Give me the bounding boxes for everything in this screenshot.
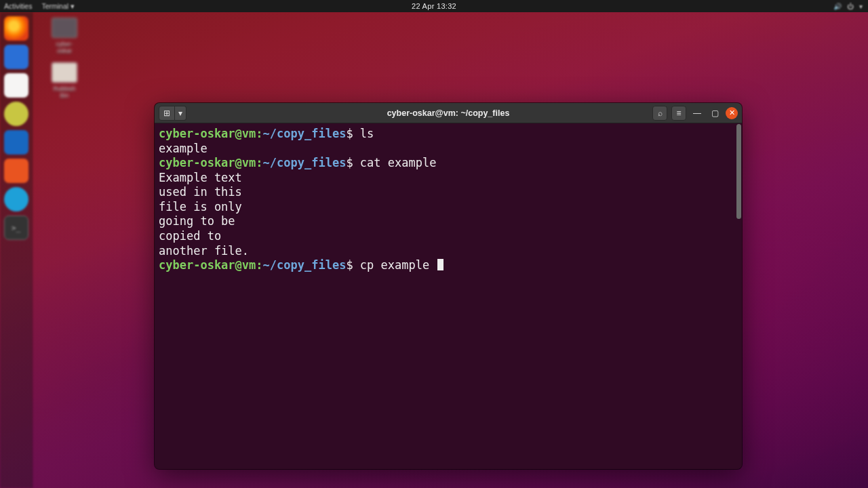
desktop-trash[interactable]: Rubbish Bin — [49, 62, 80, 99]
prompt-colon: : — [256, 258, 262, 272]
output-line: going to be — [159, 214, 738, 229]
new-tab-icon: ⊞ — [163, 108, 170, 118]
thunderbird-launcher-icon[interactable] — [4, 45, 28, 69]
prompt-user: cyber-oskar@vm — [159, 258, 256, 272]
system-status-area[interactable]: 🔊 ⏻ ▾ — [833, 3, 863, 10]
output-line: another file. — [159, 244, 738, 259]
prompt-path: ~/copy_files — [263, 258, 347, 272]
firefox-launcher-icon[interactable] — [4, 16, 28, 41]
maximize-button[interactable]: ▢ — [708, 106, 722, 120]
hamburger-menu-button[interactable]: ≡ — [671, 106, 686, 121]
close-icon: ✕ — [729, 108, 735, 117]
trash-icon — [52, 62, 77, 83]
desktop-icon-label: Rubbish Bin — [49, 85, 80, 99]
text-cursor — [437, 259, 443, 270]
output-line: copied to — [159, 229, 738, 244]
prompt-line: cyber-oskar@vm:~/copy_files$ cat example — [159, 156, 738, 171]
ubuntu-software-launcher-icon[interactable] — [4, 159, 28, 183]
files-launcher-icon[interactable] — [4, 73, 28, 98]
output-line: example — [159, 142, 738, 157]
prompt-dollar: $ — [346, 156, 359, 169]
prompt-path: ~/copy_files — [263, 156, 347, 169]
prompt-user: cyber-oskar@vm — [159, 156, 256, 169]
power-indicator-icon: ⏻ — [847, 3, 854, 10]
scrollbar-thumb[interactable] — [736, 124, 741, 219]
desktop-icon-label: cyber-oskar — [49, 41, 80, 54]
prompt-dollar: $ — [346, 127, 359, 140]
launcher-dock — [0, 12, 33, 488]
maximize-icon: ▢ — [711, 108, 719, 118]
prompt-path: ~/copy_files — [263, 127, 347, 140]
clock[interactable]: 22 Apr 13:32 — [412, 2, 456, 10]
prompt-user: cyber-oskar@vm — [159, 127, 256, 140]
prompt-colon: : — [256, 156, 262, 169]
app-menu-button[interactable]: Terminal ▾ — [41, 2, 75, 10]
output-line: used in this — [159, 185, 738, 200]
prompt-line: cyber-oskar@vm:~/copy_files$ ls — [159, 127, 738, 142]
rhythmbox-launcher-icon[interactable] — [4, 102, 28, 126]
minimize-button[interactable]: — — [690, 106, 704, 120]
command-input[interactable]: cp example — [360, 258, 437, 272]
desktop-home-folder[interactable]: cyber-oskar — [49, 18, 80, 54]
terminal-window[interactable]: ⊞ ▾ cyber-oskar@vm: ~/copy_files ⌕ ≡ — ▢… — [155, 103, 742, 469]
libreoffice-writer-launcher-icon[interactable] — [4, 130, 28, 155]
minimize-icon: — — [693, 108, 701, 118]
folder-icon — [52, 18, 77, 38]
prompt-line-active[interactable]: cyber-oskar@vm:~/copy_files$ cp example — [159, 258, 738, 273]
terminal-viewport[interactable]: cyber-oskar@vm:~/copy_files$ ls example … — [155, 123, 742, 469]
prompt-colon: : — [256, 127, 262, 140]
gnome-top-bar: Activities Terminal ▾ 22 Apr 13:32 🔊 ⏻ ▾ — [0, 0, 868, 12]
output-line: file is only — [159, 200, 738, 215]
search-button[interactable]: ⌕ — [652, 106, 667, 121]
command-text: cat example — [360, 156, 437, 169]
activities-button[interactable]: Activities — [4, 2, 32, 10]
command-text: ls — [360, 127, 374, 140]
prompt-dollar: $ — [346, 258, 359, 272]
volume-indicator-icon: 🔊 — [833, 3, 842, 10]
terminal-titlebar[interactable]: ⊞ ▾ cyber-oskar@vm: ~/copy_files ⌕ ≡ — ▢… — [155, 103, 742, 123]
chevron-down-icon: ▾ — [859, 3, 863, 10]
search-icon: ⌕ — [658, 108, 663, 118]
new-tab-button[interactable]: ⊞ — [159, 106, 175, 121]
menu-icon: ≡ — [676, 108, 681, 118]
help-launcher-icon[interactable] — [4, 187, 28, 211]
chevron-down-icon: ▾ — [178, 108, 182, 118]
output-line: Example text — [159, 171, 738, 186]
terminal-launcher-icon[interactable] — [4, 216, 28, 240]
close-button[interactable]: ✕ — [726, 107, 738, 119]
new-tab-dropdown-button[interactable]: ▾ — [175, 106, 186, 121]
